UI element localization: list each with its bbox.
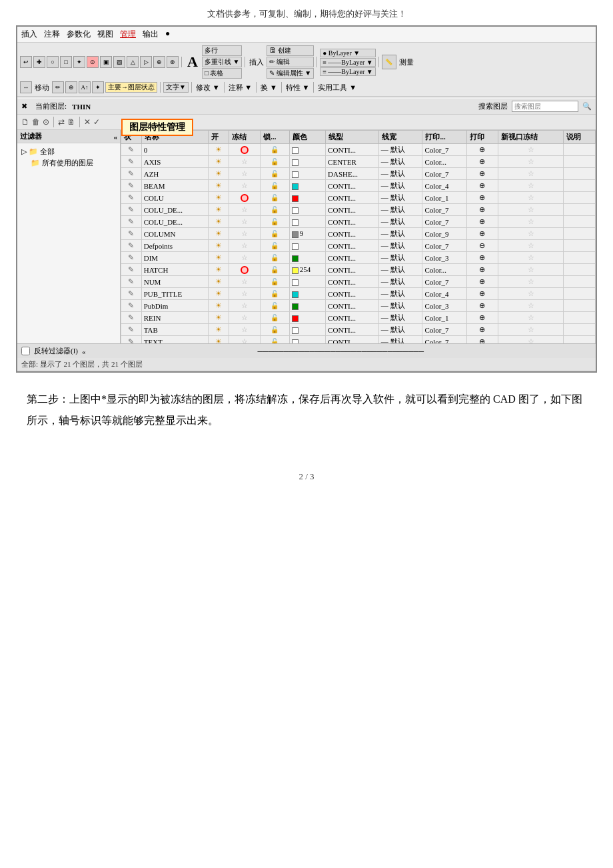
- cell-lineweight[interactable]: — 默认: [378, 216, 422, 228]
- cell-plot[interactable]: ⊕: [466, 252, 498, 264]
- cell-name[interactable]: 0: [141, 144, 208, 156]
- color-swatch[interactable]: [292, 231, 299, 238]
- cell-plotstyle[interactable]: Color_7: [422, 324, 466, 336]
- tool-icon-2[interactable]: ○: [47, 56, 59, 68]
- cell-plot[interactable]: ⊕: [466, 228, 498, 240]
- cell-linetype[interactable]: CONTI...: [326, 180, 379, 192]
- cell-name[interactable]: HATCH: [141, 264, 208, 276]
- cell-on[interactable]: ☀: [209, 288, 229, 300]
- cell-linetype[interactable]: CONTI...: [326, 300, 379, 312]
- cell-plot[interactable]: ⊕: [466, 204, 498, 216]
- cell-plotstyle[interactable]: Color_1: [422, 192, 466, 204]
- cell-on[interactable]: ☀: [209, 312, 229, 324]
- cell-color[interactable]: [289, 216, 325, 228]
- cell-name[interactable]: PUB_TITLE: [141, 288, 208, 300]
- cell-name[interactable]: Defpoints: [141, 240, 208, 252]
- cell-plot[interactable]: ⊕: [466, 156, 498, 168]
- cell-freeze[interactable]: ☆: [229, 336, 261, 344]
- cell-linetype[interactable]: CONTI...: [326, 216, 379, 228]
- menu-bullet[interactable]: ●: [165, 29, 170, 40]
- freeze-icon[interactable]: ☆: [241, 181, 248, 189]
- tool-icon-5[interactable]: ⊙: [87, 56, 99, 68]
- create-btn[interactable]: 🖺 创建: [267, 45, 314, 56]
- cell-on[interactable]: ☀: [209, 216, 229, 228]
- cell-plotstyle[interactable]: Color_7: [422, 144, 466, 156]
- action-icon-1[interactable]: ⇄: [58, 117, 65, 127]
- cell-color[interactable]: [289, 252, 325, 264]
- tool-icon-1[interactable]: ✚: [33, 56, 45, 68]
- color-swatch[interactable]: [292, 171, 299, 178]
- cell-color[interactable]: [289, 168, 325, 180]
- cell-vpfreeze[interactable]: ☆: [498, 336, 564, 344]
- layer-row[interactable]: ✎ TAB ☀ ☆ 🔓 CONTI... — 默认 Color_7 ⊕ ☆: [121, 324, 596, 336]
- cell-on[interactable]: ☀: [209, 204, 229, 216]
- cell-vpfreeze[interactable]: ☆: [498, 288, 564, 300]
- icon-copy[interactable]: ⊕: [65, 81, 77, 93]
- freeze-icon[interactable]: ☆: [241, 241, 248, 249]
- cell-name[interactable]: TAB: [141, 324, 208, 336]
- cell-color[interactable]: [289, 192, 325, 204]
- table-label[interactable]: □ 表格: [202, 68, 242, 79]
- cell-lock[interactable]: 🔓: [261, 336, 289, 344]
- cell-color[interactable]: [289, 180, 325, 192]
- cell-vpfreeze[interactable]: ☆: [498, 252, 564, 264]
- freeze-icon[interactable]: ☆: [241, 289, 248, 297]
- layer-state-btn[interactable]: 主要→图层状态: [105, 82, 157, 93]
- layer-row[interactable]: ✎ DIM ☀ ☆ 🔓 CONTI... — 默认 Color_3 ⊕ ☆: [121, 252, 596, 264]
- layer-row[interactable]: ✎ PUB_TITLE ☀ ☆ 🔓 CONTI... — 默认 Color_4 …: [121, 288, 596, 300]
- cell-lineweight[interactable]: — 默认: [378, 300, 422, 312]
- freeze-red-icon[interactable]: [241, 146, 249, 154]
- bylayer-select-3[interactable]: ≡ ——ByLayer ▼: [320, 67, 376, 76]
- color-swatch[interactable]: [292, 195, 299, 202]
- cell-color[interactable]: [289, 288, 325, 300]
- freeze-icon[interactable]: ☆: [241, 205, 248, 213]
- cell-color[interactable]: [289, 144, 325, 156]
- freeze-icon[interactable]: ☆: [241, 169, 248, 177]
- menu-insert[interactable]: 插入: [21, 29, 37, 40]
- cell-color[interactable]: [289, 336, 325, 344]
- cell-plotstyle[interactable]: Color...: [422, 264, 466, 276]
- cell-color[interactable]: 9: [289, 228, 325, 240]
- bylayer-select-2[interactable]: ≡ ——ByLayer ▼: [320, 58, 376, 67]
- tool-icon-3[interactable]: □: [60, 56, 72, 68]
- cell-name[interactable]: COLU_DE...: [141, 204, 208, 216]
- new-layer-icon[interactable]: 🗋: [21, 117, 29, 127]
- layer-row[interactable]: ✎ TEXT ☀ ☆ 🔓 CONTI... — 默认 Color_7 ⊕ ☆: [121, 336, 596, 344]
- cell-lineweight[interactable]: — 默认: [378, 192, 422, 204]
- cell-name[interactable]: COLU_DE...: [141, 216, 208, 228]
- cell-lock[interactable]: 🔓: [261, 204, 289, 216]
- cell-plot[interactable]: ⊕: [466, 168, 498, 180]
- cell-plot[interactable]: ⊕: [466, 264, 498, 276]
- properties-btn[interactable]: ✎ 编辑属性 ▼: [267, 68, 314, 79]
- cell-vpfreeze[interactable]: ☆: [498, 312, 564, 324]
- cell-name[interactable]: DIM: [141, 252, 208, 264]
- tool-icon-4[interactable]: ✦: [73, 56, 85, 68]
- cell-lineweight[interactable]: — 默认: [378, 204, 422, 216]
- menu-view[interactable]: 视图: [97, 29, 113, 40]
- color-swatch[interactable]: [292, 303, 299, 310]
- cell-lock[interactable]: 🔓: [261, 276, 289, 288]
- lm-search-input[interactable]: [512, 101, 578, 112]
- color-swatch[interactable]: [292, 339, 299, 343]
- layer-row[interactable]: ✎ AZH ☀ ☆ 🔓 DASHE... — 默认 Color_7 ⊕ ☆: [121, 168, 596, 180]
- cell-on[interactable]: ☀: [209, 180, 229, 192]
- cell-on[interactable]: ☀: [209, 144, 229, 156]
- cell-lock[interactable]: 🔓: [261, 324, 289, 336]
- cell-plotstyle[interactable]: Color_1: [422, 312, 466, 324]
- icon-pencil[interactable]: ✏: [52, 81, 64, 93]
- color-swatch[interactable]: [292, 267, 299, 274]
- layer-row[interactable]: ✎ COLU_DE... ☀ ☆ 🔓 CONTI... — 默认 Color_7…: [121, 204, 596, 216]
- cell-plot[interactable]: ⊕: [466, 300, 498, 312]
- cell-lineweight[interactable]: — 默认: [378, 312, 422, 324]
- cell-lineweight[interactable]: — 默认: [378, 336, 422, 344]
- cell-freeze[interactable]: ☆: [229, 300, 261, 312]
- cell-lineweight[interactable]: — 默认: [378, 228, 422, 240]
- cell-lock[interactable]: 🔓: [261, 144, 289, 156]
- cell-color[interactable]: [289, 300, 325, 312]
- cell-lineweight[interactable]: — 默认: [378, 276, 422, 288]
- cell-plot[interactable]: ⊕: [466, 144, 498, 156]
- cell-freeze[interactable]: ☆: [229, 216, 261, 228]
- cell-freeze[interactable]: ☆: [229, 204, 261, 216]
- cell-lock[interactable]: 🔓: [261, 300, 289, 312]
- cell-linetype[interactable]: CONTI...: [326, 240, 379, 252]
